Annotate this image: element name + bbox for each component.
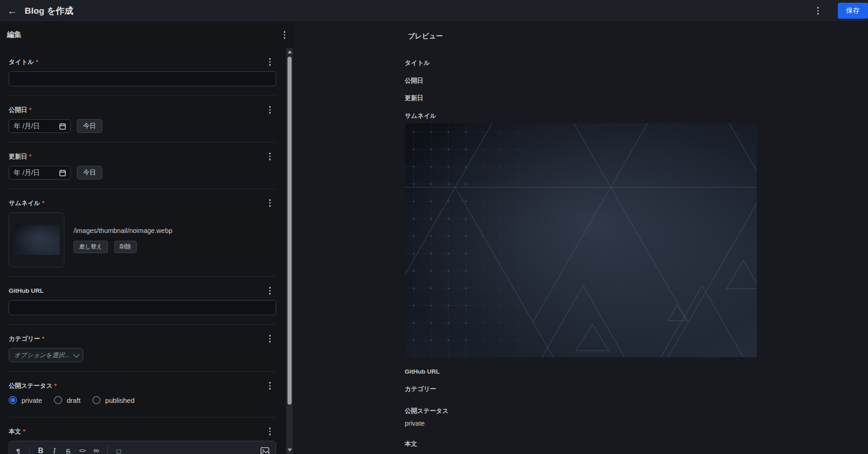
publish-date-input[interactable]: 年 /月/日 [9,119,71,133]
edit-panel-title: 編集 [7,30,21,40]
scrollbar-up-arrow-icon[interactable] [288,50,292,53]
thumbnail-replace-button[interactable]: 差し替え [74,241,108,253]
radio-published[interactable]: published [92,396,134,404]
field-thumbnail: サムネイル* /images/thumbnail/noimage.webp 差し… [9,189,276,277]
code-icon[interactable]: <> [79,448,85,454]
calendar-icon[interactable] [59,123,66,130]
topbar-kebab-menu-button[interactable] [815,4,822,17]
preview-status-value: private [405,420,757,428]
field-category: カテゴリー* オプションを選択... [9,325,276,372]
radio-unselected-icon[interactable] [92,396,101,404]
radio-selected-icon[interactable] [9,396,17,404]
field-update-date: 更新日* 年 /月/日 今日 [9,143,276,189]
field-thumbnail-kebab-menu-button[interactable] [266,196,274,210]
page-title: Blog を作成 [25,5,74,17]
field-title: タイトル* [9,48,276,96]
github-url-input[interactable] [9,300,276,315]
preview-title: プレビュー [408,32,757,40]
preview-label-thumbnail: サムネイル [405,112,757,120]
strikethrough-icon[interactable]: S [65,447,71,454]
required-marker: * [42,200,44,206]
field-title-kebab-menu-button[interactable] [266,55,274,69]
paragraph-icon[interactable]: ¶ [16,447,21,454]
status-radio-group: private draft published [9,396,276,408]
field-body-kebab-menu-button[interactable] [266,425,274,438]
title-input[interactable] [9,71,276,86]
required-marker: * [42,335,44,342]
link-icon[interactable]: ∞ [94,446,99,454]
italic-icon[interactable]: I [52,447,57,454]
radio-unselected-icon[interactable] [54,396,62,404]
field-body-label: 本文* [9,428,25,436]
radio-draft-label: draft [67,396,80,404]
required-marker: * [23,428,25,435]
field-github-url-kebab-menu-button[interactable] [266,284,274,297]
scrollbar-thumb[interactable] [288,57,292,405]
preview-label-publish-date: 公開日 [405,77,757,84]
field-status-kebab-menu-button[interactable] [266,379,274,392]
preview-noimage-thumbnail [405,123,757,357]
radio-private-label: private [21,396,42,404]
required-marker: * [29,106,32,113]
top-bar: ← Blog を作成 保存 [0,0,868,22]
field-category-kebab-menu-button[interactable] [266,332,274,345]
field-github-url-label: GitHub URL [9,287,44,294]
radio-draft[interactable]: draft [54,396,80,404]
preview-label-status: 公開ステータス [405,407,757,415]
field-body: 本文* ¶ B I S <> ∞ □ [9,417,276,454]
publish-date-today-button[interactable]: 今日 [77,119,102,133]
thumbnail-path: /images/thumbnail/noimage.webp [74,227,172,234]
preview-label-github-url: GitHub URL [405,368,757,375]
arrow-left-icon: ← [8,5,17,16]
preview-label-update-date: 更新日 [405,94,757,102]
thumbnail-card[interactable] [9,212,64,267]
edit-panel: 編集 タイトル* 公開日* 年 /月/日 [0,22,293,454]
field-thumbnail-label: サムネイル* [9,199,44,207]
bold-icon[interactable]: B [38,447,43,454]
preview-label-body: 本文 [405,440,757,448]
required-marker: * [29,153,32,160]
date-placeholder: 年 /月/日 [14,122,40,131]
toolbar-separator [107,446,108,454]
radio-private[interactable]: private [9,396,42,404]
image-icon[interactable] [261,447,269,454]
field-update-date-label: 更新日* [9,153,32,161]
category-select[interactable]: オプションを選択... [9,348,83,362]
edit-panel-header: 編集 [0,22,293,48]
calendar-icon[interactable] [59,169,66,176]
edit-panel-kebab-menu-button[interactable] [281,28,288,42]
field-title-label: タイトル* [9,58,38,66]
back-button[interactable]: ← [6,5,18,17]
edit-form: タイトル* 公開日* 年 /月/日 [0,48,286,454]
thumbnail-meta: /images/thumbnail/noimage.webp 差し替え 削除 [74,227,172,253]
scrollbar-down-arrow-icon[interactable] [288,449,292,452]
main-split: 編集 タイトル* 公開日* 年 /月/日 [0,22,868,454]
toolbar-separator [29,446,30,454]
required-marker: * [54,382,57,389]
thumbnail-delete-button[interactable]: 削除 [114,241,137,253]
preview-label-category: カテゴリー [405,385,757,393]
chevron-down-icon [73,351,80,357]
preview-panel: プレビュー タイトル 公開日 更新日 サムネイル GitHub URL カテゴリ… [293,22,868,454]
field-publish-date-label: 公開日* [9,106,32,114]
field-publish-date-kebab-menu-button[interactable] [266,103,274,116]
save-button[interactable]: 保存 [838,3,868,19]
radio-published-label: published [105,396,134,404]
field-category-label: カテゴリー* [9,335,44,343]
update-date-today-button[interactable]: 今日 [77,166,102,179]
field-status-label: 公開ステータス* [9,382,57,390]
update-date-input[interactable]: 年 /月/日 [9,166,71,179]
field-update-date-kebab-menu-button[interactable] [266,150,274,163]
date-placeholder: 年 /月/日 [14,169,40,177]
required-marker: * [36,58,38,65]
edit-panel-scrollbar[interactable] [286,48,293,454]
preview-label-title: タイトル [405,59,757,67]
field-github-url: GitHub URL [9,277,276,325]
category-select-placeholder: オプションを選択... [14,351,69,359]
richtext-toolbar: ¶ B I S <> ∞ □ [9,441,276,454]
blockquote-icon[interactable]: □ [116,447,122,454]
noimage-thumbnail [14,225,60,255]
field-status: 公開ステータス* private draft published [9,372,276,417]
field-publish-date: 公開日* 年 /月/日 今日 [9,96,276,143]
